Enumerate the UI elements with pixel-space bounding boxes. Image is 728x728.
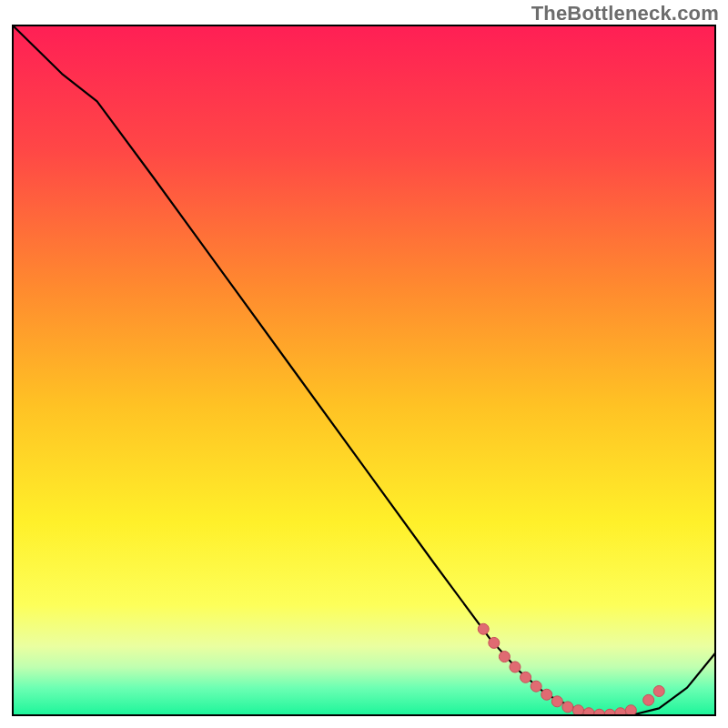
bead-point [521,672,531,682]
bead-point [583,708,594,719]
bead-point [572,705,583,716]
chart-stage: TheBottleneck.com [0,0,728,728]
bead-point [541,689,552,700]
bead-point [653,685,664,696]
chart-svg [0,0,728,728]
bead-point [478,623,489,634]
bead-point [615,708,626,719]
bead-point [562,702,573,713]
bead-point [499,652,510,662]
bead-point [625,705,636,716]
bead-point [489,637,500,648]
bead-point [531,681,541,692]
bead-point [510,662,521,672]
bead-point [643,694,654,705]
bead-point [551,696,562,707]
